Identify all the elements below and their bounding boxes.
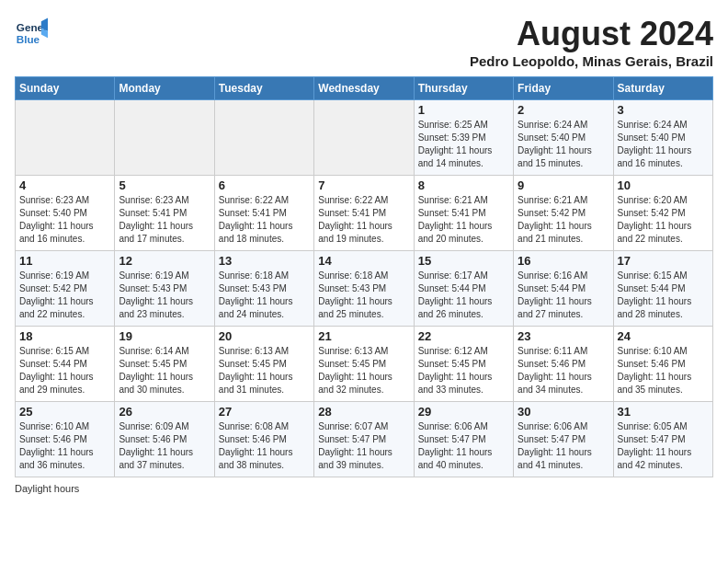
day-cell: 15Sunrise: 6:17 AMSunset: 5:44 PMDayligh… xyxy=(414,251,513,327)
day-info: Sunrise: 6:15 AMSunset: 5:44 PMDaylight:… xyxy=(618,270,709,321)
day-cell: 19Sunrise: 6:14 AMSunset: 5:45 PMDayligh… xyxy=(115,327,214,402)
day-cell: 13Sunrise: 6:18 AMSunset: 5:43 PMDayligh… xyxy=(214,251,313,327)
day-number: 31 xyxy=(618,405,709,419)
day-number: 17 xyxy=(618,254,709,268)
day-cell: 9Sunrise: 6:21 AMSunset: 5:42 PMDaylight… xyxy=(514,176,613,251)
day-info: Sunrise: 6:17 AMSunset: 5:44 PMDaylight:… xyxy=(418,270,509,321)
day-info: Sunrise: 6:06 AMSunset: 5:47 PMDaylight:… xyxy=(518,420,609,472)
day-cell: 14Sunrise: 6:18 AMSunset: 5:43 PMDayligh… xyxy=(314,251,414,327)
day-info: Sunrise: 6:11 AMSunset: 5:46 PMDaylight:… xyxy=(518,345,609,396)
day-number: 20 xyxy=(219,329,310,343)
day-cell xyxy=(115,100,214,176)
week-row-3: 11Sunrise: 6:19 AMSunset: 5:42 PMDayligh… xyxy=(16,251,713,327)
day-info: Sunrise: 6:08 AMSunset: 5:46 PMDaylight:… xyxy=(219,420,310,472)
day-number: 14 xyxy=(318,254,409,268)
day-info: Sunrise: 6:21 AMSunset: 5:42 PMDaylight:… xyxy=(518,194,609,246)
logo: General Blue xyxy=(15,15,48,48)
week-row-5: 25Sunrise: 6:10 AMSunset: 5:46 PMDayligh… xyxy=(16,402,713,477)
day-cell: 23Sunrise: 6:11 AMSunset: 5:46 PMDayligh… xyxy=(514,327,613,402)
day-info: Sunrise: 6:15 AMSunset: 5:44 PMDaylight:… xyxy=(19,345,110,396)
day-cell: 30Sunrise: 6:06 AMSunset: 5:47 PMDayligh… xyxy=(514,402,613,477)
day-number: 11 xyxy=(19,254,110,268)
day-cell: 17Sunrise: 6:15 AMSunset: 5:44 PMDayligh… xyxy=(613,251,712,327)
col-header-wednesday: Wednesday xyxy=(314,77,414,100)
logo-icon: General Blue xyxy=(15,15,48,48)
day-cell: 27Sunrise: 6:08 AMSunset: 5:46 PMDayligh… xyxy=(214,402,313,477)
week-row-1: 1Sunrise: 6:25 AMSunset: 5:39 PMDaylight… xyxy=(16,100,713,176)
day-cell: 1Sunrise: 6:25 AMSunset: 5:39 PMDaylight… xyxy=(414,100,513,176)
day-info: Sunrise: 6:16 AMSunset: 5:44 PMDaylight:… xyxy=(518,270,609,321)
day-cell: 11Sunrise: 6:19 AMSunset: 5:42 PMDayligh… xyxy=(16,251,115,327)
day-info: Sunrise: 6:24 AMSunset: 5:40 PMDaylight:… xyxy=(518,119,609,170)
day-info: Sunrise: 6:21 AMSunset: 5:41 PMDaylight:… xyxy=(418,194,509,246)
day-info: Sunrise: 6:07 AMSunset: 5:47 PMDaylight:… xyxy=(318,420,409,472)
day-number: 30 xyxy=(518,405,609,419)
month-year: August 2024 xyxy=(470,15,713,53)
header: General Blue August 2024 Pedro Leopoldo,… xyxy=(15,15,713,69)
day-info: Sunrise: 6:18 AMSunset: 5:43 PMDaylight:… xyxy=(219,270,310,321)
day-info: Sunrise: 6:18 AMSunset: 5:43 PMDaylight:… xyxy=(318,270,409,321)
day-cell: 20Sunrise: 6:13 AMSunset: 5:45 PMDayligh… xyxy=(214,327,313,402)
day-number: 18 xyxy=(19,329,110,343)
day-info: Sunrise: 6:10 AMSunset: 5:46 PMDaylight:… xyxy=(618,345,709,396)
day-cell: 5Sunrise: 6:23 AMSunset: 5:41 PMDaylight… xyxy=(115,176,214,251)
location: Pedro Leopoldo, Minas Gerais, Brazil xyxy=(470,53,713,69)
day-cell: 10Sunrise: 6:20 AMSunset: 5:42 PMDayligh… xyxy=(613,176,712,251)
day-info: Sunrise: 6:19 AMSunset: 5:42 PMDaylight:… xyxy=(19,270,110,321)
col-header-tuesday: Tuesday xyxy=(214,77,313,100)
day-cell: 18Sunrise: 6:15 AMSunset: 5:44 PMDayligh… xyxy=(16,327,115,402)
day-info: Sunrise: 6:20 AMSunset: 5:42 PMDaylight:… xyxy=(618,194,709,246)
day-cell: 7Sunrise: 6:22 AMSunset: 5:41 PMDaylight… xyxy=(314,176,414,251)
day-info: Sunrise: 6:06 AMSunset: 5:47 PMDaylight:… xyxy=(418,420,509,472)
day-number: 9 xyxy=(518,178,609,192)
day-number: 10 xyxy=(618,178,709,192)
day-cell: 25Sunrise: 6:10 AMSunset: 5:46 PMDayligh… xyxy=(16,402,115,477)
day-cell: 22Sunrise: 6:12 AMSunset: 5:45 PMDayligh… xyxy=(414,327,513,402)
day-number: 22 xyxy=(418,329,509,343)
day-number: 25 xyxy=(19,405,110,419)
day-number: 12 xyxy=(119,254,210,268)
header-row: SundayMondayTuesdayWednesdayThursdayFrid… xyxy=(16,77,713,100)
day-cell xyxy=(314,100,414,176)
day-number: 15 xyxy=(418,254,509,268)
day-info: Sunrise: 6:22 AMSunset: 5:41 PMDaylight:… xyxy=(318,194,409,246)
day-info: Sunrise: 6:23 AMSunset: 5:41 PMDaylight:… xyxy=(119,194,210,246)
day-cell xyxy=(16,100,115,176)
day-cell: 31Sunrise: 6:05 AMSunset: 5:47 PMDayligh… xyxy=(613,402,712,477)
day-number: 1 xyxy=(418,103,509,117)
day-cell: 16Sunrise: 6:16 AMSunset: 5:44 PMDayligh… xyxy=(514,251,613,327)
svg-text:Blue: Blue xyxy=(17,33,40,45)
day-info: Sunrise: 6:25 AMSunset: 5:39 PMDaylight:… xyxy=(418,119,509,170)
day-number: 26 xyxy=(119,405,210,419)
day-info: Sunrise: 6:10 AMSunset: 5:46 PMDaylight:… xyxy=(19,420,110,472)
day-info: Sunrise: 6:14 AMSunset: 5:45 PMDaylight:… xyxy=(119,345,210,396)
day-info: Sunrise: 6:05 AMSunset: 5:47 PMDaylight:… xyxy=(618,420,709,472)
day-number: 29 xyxy=(418,405,509,419)
day-cell: 8Sunrise: 6:21 AMSunset: 5:41 PMDaylight… xyxy=(414,176,513,251)
day-info: Sunrise: 6:19 AMSunset: 5:43 PMDaylight:… xyxy=(119,270,210,321)
day-cell: 3Sunrise: 6:24 AMSunset: 5:40 PMDaylight… xyxy=(613,100,712,176)
day-cell: 12Sunrise: 6:19 AMSunset: 5:43 PMDayligh… xyxy=(115,251,214,327)
col-header-thursday: Thursday xyxy=(414,77,513,100)
day-number: 4 xyxy=(19,178,110,192)
week-row-2: 4Sunrise: 6:23 AMSunset: 5:40 PMDaylight… xyxy=(16,176,713,251)
day-number: 19 xyxy=(119,329,210,343)
calendar-table: SundayMondayTuesdayWednesdayThursdayFrid… xyxy=(15,76,713,477)
day-info: Sunrise: 6:12 AMSunset: 5:45 PMDaylight:… xyxy=(418,345,509,396)
day-number: 24 xyxy=(618,329,709,343)
day-info: Sunrise: 6:09 AMSunset: 5:46 PMDaylight:… xyxy=(119,420,210,472)
day-info: Sunrise: 6:23 AMSunset: 5:40 PMDaylight:… xyxy=(19,194,110,246)
day-cell: 24Sunrise: 6:10 AMSunset: 5:46 PMDayligh… xyxy=(613,327,712,402)
day-number: 2 xyxy=(518,103,609,117)
day-cell: 2Sunrise: 6:24 AMSunset: 5:40 PMDaylight… xyxy=(514,100,613,176)
day-cell: 6Sunrise: 6:22 AMSunset: 5:41 PMDaylight… xyxy=(214,176,313,251)
day-number: 21 xyxy=(318,329,409,343)
day-cell xyxy=(214,100,313,176)
day-cell: 21Sunrise: 6:13 AMSunset: 5:45 PMDayligh… xyxy=(314,327,414,402)
day-number: 28 xyxy=(318,405,409,419)
col-header-saturday: Saturday xyxy=(613,77,712,100)
col-header-friday: Friday xyxy=(514,77,613,100)
day-number: 5 xyxy=(119,178,210,192)
title-block: August 2024 Pedro Leopoldo, Minas Gerais… xyxy=(470,15,713,69)
day-info: Sunrise: 6:13 AMSunset: 5:45 PMDaylight:… xyxy=(219,345,310,396)
